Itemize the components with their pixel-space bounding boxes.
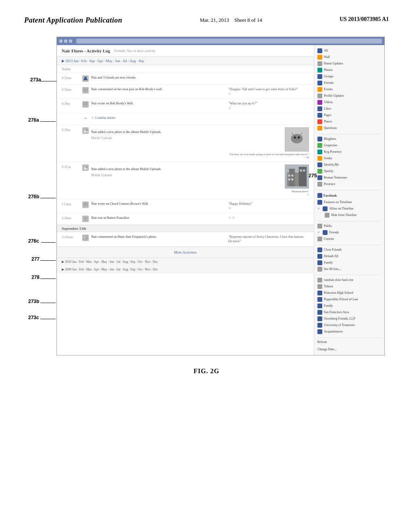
year-2013[interactable]: ▶ 2013 Jan · Feb · Sep · Apr · May · Jun…	[62, 59, 144, 63]
custom-icon	[317, 237, 322, 241]
year-bar-2010[interactable]: ▶ 2010 Jan · Feb · Mar · Apr · May · Jun…	[57, 258, 314, 266]
sidebar-item-videos[interactable]: Videos	[317, 99, 381, 106]
section-date-header: September 13th	[57, 225, 314, 232]
svg-point-8	[84, 129, 86, 131]
activity-item-photo2: 9:36 m Nair added a new photo to the alb…	[57, 162, 314, 199]
image-section2: 275	[224, 164, 309, 196]
sidebar-item-pages[interactable]: Pages	[317, 112, 381, 118]
see-lists-icon	[317, 267, 322, 272]
sidebar-item-friends[interactable]: Friends	[317, 80, 381, 86]
sidebar-item-all[interactable]: All	[317, 48, 381, 54]
sidebar-item-identify-me[interactable]: Identify.Me	[317, 162, 381, 168]
sidebar-item-pepperdine[interactable]: Pepperdine School of Law	[317, 296, 381, 303]
svg-rect-1	[83, 88, 88, 91]
sidebar-item-family[interactable]: Family	[317, 260, 381, 266]
sidebar-item-events[interactable]: Events	[317, 86, 381, 93]
svg-rect-5	[83, 118, 88, 119]
sidebar-item-greenberg[interactable]: Greenberg Friends, LLP	[317, 316, 381, 322]
sidebar-item-acquaintances[interactable]: Acquaintances	[317, 328, 381, 335]
sidebar-label-places: Places	[324, 120, 332, 124]
year-2010-text[interactable]: ▶ 2010 Jan · Feb · Mar · Apr · May · Jun…	[62, 260, 158, 264]
sidebar-item-groups[interactable]: Groups	[317, 73, 381, 80]
sidebar-item-see-lists[interactable]: See 96 lists...	[317, 266, 381, 272]
sidebar-item-hide-timeline[interactable]: Hide from Timeline	[317, 212, 381, 218]
sidebar-item-roman-tennessee[interactable]: Roman Tennessee	[317, 175, 381, 181]
sidebar-item-default-all[interactable]: Default All	[317, 253, 381, 260]
sidebar-item-change-date[interactable]: Change Date...	[317, 347, 381, 352]
sidebar-item-reborn[interactable]: Reborn	[317, 339, 381, 345]
sidebar-label-questions: Questions	[324, 126, 337, 130]
sidebar-item-friends[interactable]: ✓ Friends	[317, 229, 381, 236]
sidebar-label: Default All	[324, 254, 338, 258]
sidebar-divider-3	[317, 221, 381, 221]
sidebar-item-places[interactable]: Places	[317, 118, 381, 125]
year-bar-2009[interactable]: ▶ 2009 Jan · Feb · Mar · Apr · May · Jun…	[57, 266, 314, 273]
year-bar-2013[interactable]: ▶ 2013 Jan · Feb · Sep · Apr · May · Jun…	[57, 57, 314, 65]
sidebar-item-tohoor[interactable]: Tohoor	[317, 283, 381, 290]
activity-content: Nair added a new photo to the album Mobi…	[91, 164, 222, 177]
activity-text[interactable]: ☆ 3 similar stories	[91, 116, 309, 120]
sidebar-item-family-network[interactable]: Family	[317, 303, 381, 309]
sidebar-item-university[interactable]: University of Tennessee	[317, 322, 381, 328]
sidebar-divider-2	[317, 190, 381, 190]
features-timeline-icon	[317, 200, 322, 205]
activity-icon	[82, 101, 89, 108]
activity-text: Nair and 3 friends are now friends.	[91, 75, 309, 80]
sidebar-item-features-timeline[interactable]: Features on Timelime	[317, 199, 381, 206]
activity-date: 9:52am	[62, 75, 80, 80]
sidebar-item-spotify[interactable]: Spotify	[317, 168, 381, 175]
sidebar-item-keg-presence[interactable]: Keg Presence	[317, 149, 381, 155]
tohoor-icon	[317, 284, 322, 289]
sidebar-item-profile-updates[interactable]: Profile Updates	[317, 93, 381, 99]
sidebar-section-lists: Close Friends Default All Family	[317, 247, 381, 272]
sidebar-item-likes[interactable]: Likes	[317, 106, 381, 112]
sidebar-label-profile-updates: Profile Updates	[324, 94, 344, 98]
year-2009-text[interactable]: ▶ 2009 Jan · Feb · Mar · Apr · May · Jun…	[62, 268, 158, 271]
today-label: Today	[62, 67, 71, 71]
sidebar-item-grapevine[interactable]: Grapevine	[317, 142, 381, 149]
sidebar-label: Public	[324, 224, 332, 228]
sidebar-label: Bloglines	[324, 137, 336, 141]
sidebar-item-sf[interactable]: San Francisco Area	[317, 309, 381, 316]
sidebar-item-princeton[interactable]: Princeton High School	[317, 290, 381, 296]
activity-date: 2 Likes	[62, 202, 80, 206]
activity-icon	[82, 235, 89, 241]
svg-rect-21	[288, 175, 290, 177]
sidebar-item-public[interactable]: Public	[317, 223, 381, 229]
mobile-uploads-label2: Mobile Uploads	[91, 173, 222, 177]
header-center: Mar. 21, 2013 Sheet 8 of 14	[200, 16, 262, 24]
activity-item-checkin: 4:30am Nair was at Batters Franchise. ☆ …	[57, 213, 314, 225]
sidebar-label: Family	[324, 304, 333, 308]
profile-updates-icon	[317, 94, 322, 98]
svg-rect-23	[288, 179, 290, 181]
sidebar-item-wall[interactable]: Wall	[317, 54, 381, 60]
svg-marker-2	[84, 91, 85, 92]
ref-275: 275	[308, 172, 317, 179]
activity-side-text: "Response anyone of Avery Charnecks. I l…	[228, 235, 309, 243]
image-caption2: "Burnout drive"☆	[291, 190, 309, 196]
sidebar-item-allow-timeline[interactable]: ✓ Allow on Timeline	[317, 206, 381, 212]
sidebar-item-presence[interactable]: Presence	[317, 181, 381, 187]
roman-tennessee-icon	[317, 175, 322, 180]
sidebar-item-joinks[interactable]: Joinks	[317, 155, 381, 162]
sidebar-item-photos[interactable]: Photos	[317, 67, 381, 73]
places-icon	[317, 119, 322, 124]
annotation-273a: 273a	[30, 77, 41, 83]
header-sheet: Sheet 8 of 14	[234, 17, 262, 23]
sidebar-item-status[interactable]: Status Updates	[317, 60, 381, 67]
all-icon	[317, 48, 322, 53]
sidebar-label-likes: Likes	[324, 107, 331, 111]
more-activities-button[interactable]: More Activities	[57, 247, 314, 258]
sidebar-item-bloglines[interactable]: Bloglines	[317, 136, 381, 142]
svg-rect-19	[289, 168, 295, 186]
sidebar-item-close-friends[interactable]: Close Friends	[317, 247, 381, 253]
sidebar-item-custom[interactable]: Custom	[317, 236, 381, 242]
patent-number: US 2013/0073985 A1	[340, 16, 389, 23]
control-dot-2	[64, 39, 67, 43]
sidebar-item-random[interactable]: random close back test	[317, 277, 381, 283]
princeton-icon	[317, 291, 322, 295]
sidebar-label: Tohoor	[324, 285, 333, 289]
sidebar-item-questions[interactable]: Questions	[317, 125, 381, 131]
sidebar-label: See 96 lists...	[324, 267, 341, 271]
activity-list: 9:52am Nair and 3 friends are now friend…	[57, 73, 314, 247]
